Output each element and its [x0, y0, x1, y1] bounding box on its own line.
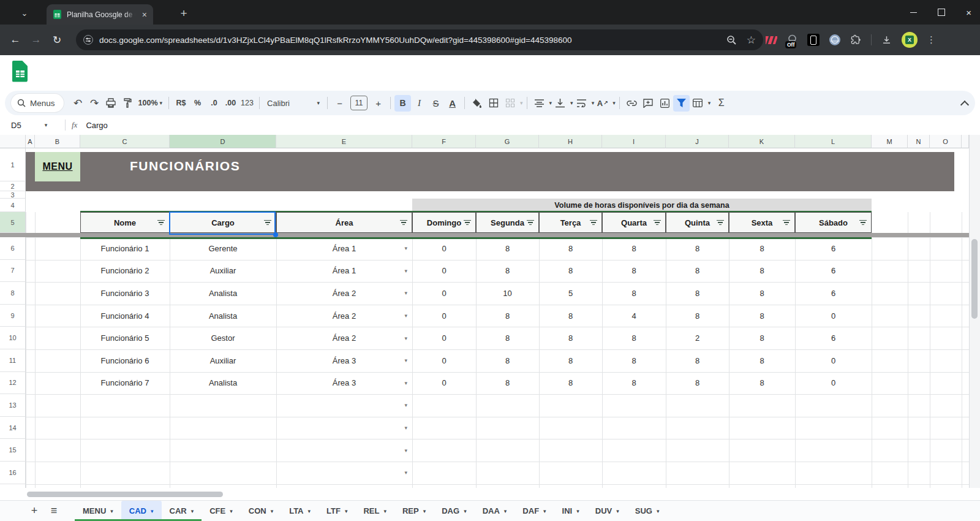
decrease-font-size-button[interactable]: −	[331, 95, 348, 112]
cell-area-14[interactable]: ▾	[276, 417, 412, 439]
cell-F9[interactable]: 0	[412, 305, 476, 327]
row-header-13[interactable]: 13	[0, 394, 26, 417]
cell-K6[interactable]: 8	[729, 237, 795, 260]
site-settings-icon[interactable]	[83, 35, 93, 45]
cell-G8[interactable]: 10	[476, 282, 539, 305]
filter-button-icon[interactable]	[590, 220, 597, 226]
cell-G12[interactable]: 8	[476, 372, 539, 395]
cell-cargo-7[interactable]: Auxiliar	[170, 260, 276, 283]
column-header-G[interactable]: G	[476, 135, 539, 148]
undo-icon[interactable]: ↶	[70, 95, 86, 112]
filter-button-icon[interactable]	[859, 220, 867, 226]
cell-J11[interactable]: 8	[666, 349, 729, 372]
sheet-tab-menu-icon[interactable]: ▾	[230, 508, 233, 514]
cell-L10[interactable]: 6	[795, 327, 872, 349]
area-dropdown-icon[interactable]: ▾	[404, 470, 407, 476]
collapse-toolbar-icon[interactable]	[960, 99, 969, 107]
url-text[interactable]: docs.google.com/spreadsheets/d/1v3HZjxLC…	[99, 36, 720, 45]
text-rotation-button[interactable]: A↗ ▾	[594, 95, 616, 112]
text-wrap-button[interactable]: ▾	[573, 95, 595, 112]
sheet-tab-sug[interactable]: SUG▾	[627, 501, 668, 521]
filter-button-icon[interactable]	[157, 220, 165, 226]
browser-menu-icon[interactable]: ⋮	[927, 34, 936, 45]
cell-nome-10[interactable]: Funcionário 5	[80, 327, 170, 349]
cell-H8[interactable]: 5	[539, 282, 602, 305]
horizontal-align-button[interactable]: ▾	[531, 95, 552, 112]
cell-cargo-10[interactable]: Gestor	[170, 327, 276, 349]
downloads-icon[interactable]	[881, 34, 892, 46]
area-dropdown-icon[interactable]: ▾	[404, 357, 407, 363]
cell-F8[interactable]: 0	[412, 282, 476, 305]
cell-H11[interactable]: 8	[539, 349, 602, 372]
area-dropdown-icon[interactable]: ▾	[404, 268, 407, 274]
print-icon[interactable]	[103, 95, 119, 112]
column-header-D[interactable]: D	[170, 135, 276, 148]
paint-format-icon[interactable]	[119, 95, 136, 112]
row-header-9[interactable]: 9	[0, 305, 26, 327]
cell-G9[interactable]: 8	[476, 305, 539, 327]
sheet-tab-menu-icon[interactable]: ▾	[383, 508, 386, 514]
strikethrough-button[interactable]: S	[428, 95, 444, 112]
cell-H12[interactable]: 8	[539, 372, 602, 395]
sheet-tab-duv[interactable]: DUV▾	[587, 501, 627, 521]
window-close-button[interactable]: ×	[966, 8, 971, 17]
vertical-align-button[interactable]: ▾	[552, 95, 573, 112]
sheet-tab-menu[interactable]: MENU▾	[75, 501, 121, 521]
insert-comment-icon[interactable]	[640, 95, 657, 112]
sheet-tab-con[interactable]: CON▾	[241, 501, 281, 521]
table-header-F[interactable]: Domingo	[412, 212, 476, 233]
bold-button[interactable]: B	[394, 95, 411, 112]
cell-G7[interactable]: 8	[476, 260, 539, 283]
sheet-tab-rep[interactable]: REP▾	[394, 501, 434, 521]
font-size-input[interactable]: 11	[350, 96, 368, 110]
area-dropdown-icon[interactable]: ▾	[404, 425, 407, 431]
cell-cargo-6[interactable]: Gerente	[170, 237, 276, 260]
area-dropdown-icon[interactable]: ▾	[404, 447, 407, 454]
cell-cargo-12[interactable]: Analista	[170, 372, 276, 395]
cell-H6[interactable]: 8	[539, 237, 602, 260]
table-header-L[interactable]: Sábado	[795, 212, 872, 233]
fill-color-icon[interactable]	[469, 95, 485, 112]
cell-I10[interactable]: 8	[602, 327, 666, 349]
column-header-A[interactable]: A	[26, 135, 35, 148]
horizontal-scrollbar[interactable]	[0, 488, 980, 500]
cell-K10[interactable]: 8	[729, 327, 795, 349]
cell-J10[interactable]: 2	[666, 327, 729, 349]
cell-L9[interactable]: 0	[795, 305, 872, 327]
extension-red-icon[interactable]	[766, 34, 777, 46]
row-header-2[interactable]: 2	[0, 181, 26, 191]
cell-area-9[interactable]: Área 2▾	[276, 305, 412, 327]
cell-H7[interactable]: 8	[539, 260, 602, 283]
row-header-16[interactable]: 16	[0, 462, 26, 484]
cell-I9[interactable]: 4	[602, 305, 666, 327]
cell-K11[interactable]: 8	[729, 349, 795, 372]
zoom-out-icon[interactable]	[726, 35, 737, 45]
area-dropdown-icon[interactable]: ▾	[404, 402, 407, 408]
forward-icon[interactable]: →	[26, 34, 47, 46]
all-sheets-button[interactable]: ≡	[44, 501, 64, 521]
cell-nome-6[interactable]: Funcionário 1	[80, 237, 170, 260]
filter-button-icon[interactable]	[783, 220, 790, 226]
row-header-10[interactable]: 10	[0, 327, 26, 349]
tab-close-icon[interactable]: ×	[142, 10, 147, 20]
extensions-puzzle-icon[interactable]	[850, 34, 862, 46]
column-header-M[interactable]: M	[872, 135, 908, 148]
menu-home-button[interactable]: MENU	[35, 152, 80, 181]
table-header-G[interactable]: Segunda	[476, 212, 539, 233]
cell-J9[interactable]: 8	[666, 305, 729, 327]
filter-button-icon[interactable]	[464, 220, 471, 226]
sheet-tab-ltf[interactable]: LTF▾	[318, 501, 355, 521]
zoom-select[interactable]: 100%▾	[138, 99, 163, 107]
sheet-tab-rel[interactable]: REL▾	[355, 501, 394, 521]
cell-G11[interactable]: 8	[476, 349, 539, 372]
filter-button-icon[interactable]	[527, 220, 534, 226]
cell-cargo-8[interactable]: Analista	[170, 282, 276, 305]
column-header-F[interactable]: F	[412, 135, 476, 148]
new-tab-button[interactable]: +	[175, 5, 192, 22]
cell-F12[interactable]: 0	[412, 372, 476, 395]
cell-J7[interactable]: 8	[666, 260, 729, 283]
table-header-H[interactable]: Terça	[539, 212, 602, 233]
table-header-J[interactable]: Quinta	[666, 212, 729, 233]
sheet-tab-menu-icon[interactable]: ▾	[345, 508, 348, 514]
row-header-3[interactable]: 3	[0, 191, 26, 199]
